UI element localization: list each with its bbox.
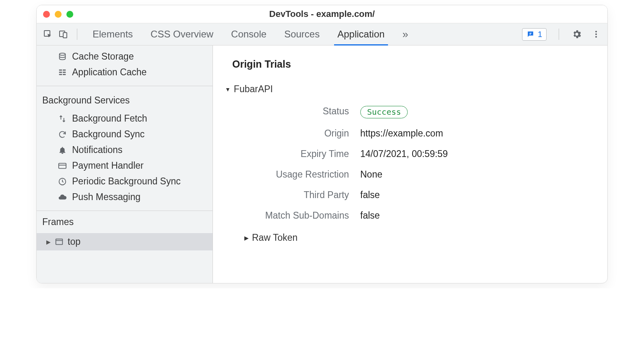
panel-tabs: Elements CSS Overview Console Sources Ap… (93, 23, 518, 45)
fetch-arrows-icon (58, 114, 67, 124)
content-area: Cache Storage Application Cache Backgrou… (37, 45, 607, 283)
frame-name: top (68, 236, 80, 247)
sidebar-item-label: Push Messaging (72, 192, 140, 203)
database-icon (58, 52, 67, 62)
sidebar-heading-frames: Frames (37, 211, 213, 233)
more-tabs-icon[interactable]: » (402, 23, 408, 45)
bell-icon (58, 145, 67, 155)
traffic-lights (43, 11, 73, 18)
sidebar-item-notifications[interactable]: Notifications (37, 142, 213, 158)
clock-icon (58, 177, 67, 186)
svg-rect-18 (56, 239, 63, 244)
sidebar-heading-bg: Background Services (37, 89, 213, 111)
sidebar-item-label: Background Fetch (72, 113, 147, 124)
trial-row[interactable]: ▼ FubarAPI (225, 84, 588, 95)
sidebar-item-label: Cache Storage (72, 51, 134, 62)
value-match-subdomains: false (360, 210, 588, 221)
main-panel: Origin Trials ▼ FubarAPI Status Success … (213, 45, 607, 283)
tab-application[interactable]: Application (337, 23, 384, 45)
tab-elements[interactable]: Elements (93, 23, 133, 45)
sidebar-section-frames: Frames ▶ top (37, 211, 213, 250)
application-sidebar: Cache Storage Application Cache Backgrou… (37, 45, 213, 283)
label-match-subdomains: Match Sub-Domains (240, 210, 349, 221)
sidebar-item-background-sync[interactable]: Background Sync (37, 126, 213, 142)
svg-point-6 (595, 33, 597, 35)
inspect-element-icon[interactable] (42, 29, 54, 40)
cloud-icon (58, 192, 67, 202)
zoom-window-button[interactable] (66, 11, 73, 18)
sidebar-item-application-cache[interactable]: Application Cache (37, 64, 213, 80)
sync-icon (58, 130, 67, 139)
toolbar-separator (77, 29, 77, 40)
main-toolbar: Elements CSS Overview Console Sources Ap… (37, 23, 607, 45)
value-usage: None (360, 169, 588, 180)
svg-rect-4 (529, 34, 530, 35)
expand-triangle-icon[interactable]: ▶ (244, 235, 249, 241)
svg-point-7 (595, 36, 597, 37)
sidebar-section-background-services: Background Services Background Fetch (37, 86, 213, 211)
titlebar: DevTools - example.com/ (37, 5, 607, 23)
toolbar-separator-right (559, 29, 559, 40)
svg-rect-13 (59, 74, 62, 75)
grid-icon (58, 68, 67, 77)
svg-rect-2 (63, 33, 67, 38)
credit-card-icon (58, 161, 67, 171)
issues-count: 1 (538, 30, 542, 39)
value-origin: https://example.com (360, 128, 588, 139)
tab-css-overview[interactable]: CSS Overview (151, 23, 213, 45)
label-expiry: Expiry Time (240, 149, 349, 159)
value-status: Success (360, 106, 588, 118)
collapse-triangle-icon[interactable]: ▼ (225, 86, 231, 93)
value-expiry: 14/07/2021, 00:59:59 (360, 149, 588, 159)
svg-rect-12 (63, 72, 66, 73)
label-status: Status (240, 106, 349, 118)
svg-rect-15 (59, 163, 66, 168)
trial-name: FubarAPI (234, 84, 273, 95)
trial-details-table: Status Success Origin https://example.co… (240, 106, 588, 221)
device-toggle-icon[interactable] (58, 29, 69, 40)
issues-button[interactable]: 1 (522, 28, 547, 41)
raw-token-row[interactable]: ▶ Raw Token (244, 232, 588, 243)
devtools-window: DevTools - example.com/ Elements CSS Ove… (36, 5, 608, 283)
sidebar-section-cache: Cache Storage Application Cache (37, 45, 213, 86)
svg-rect-14 (63, 74, 66, 75)
sidebar-item-cache-storage[interactable]: Cache Storage (37, 49, 213, 64)
svg-point-5 (595, 31, 597, 33)
sidebar-item-background-fetch[interactable]: Background Fetch (37, 111, 213, 126)
raw-token-label: Raw Token (252, 232, 297, 243)
value-third-party: false (360, 190, 588, 200)
panel-heading: Origin Trials (232, 58, 588, 70)
sidebar-item-payment-handler[interactable]: Payment Handler (37, 158, 213, 174)
tab-console[interactable]: Console (231, 23, 266, 45)
svg-rect-10 (63, 69, 66, 70)
tab-sources[interactable]: Sources (284, 23, 320, 45)
status-badge: Success (360, 106, 408, 118)
expand-triangle-icon[interactable]: ▶ (46, 239, 51, 245)
sidebar-item-label: Periodic Background Sync (72, 176, 181, 187)
kebab-menu-icon[interactable] (590, 29, 602, 40)
sidebar-item-frame-top[interactable]: ▶ top (37, 233, 213, 250)
settings-icon[interactable] (571, 29, 582, 40)
svg-rect-11 (59, 72, 62, 73)
svg-rect-3 (529, 33, 531, 34)
sidebar-item-label: Application Cache (72, 67, 147, 78)
label-usage: Usage Restriction (240, 169, 349, 180)
label-origin: Origin (240, 128, 349, 139)
toolbar-right: 1 (522, 28, 602, 41)
issues-icon (526, 30, 535, 38)
window-icon (55, 238, 64, 246)
minimize-window-button[interactable] (55, 11, 62, 18)
close-window-button[interactable] (43, 11, 50, 18)
svg-rect-9 (59, 69, 62, 70)
window-title: DevTools - example.com/ (269, 9, 375, 19)
sidebar-item-periodic-background-sync[interactable]: Periodic Background Sync (37, 174, 213, 189)
svg-point-8 (60, 53, 66, 55)
label-third-party: Third Party (240, 190, 349, 200)
sidebar-item-push-messaging[interactable]: Push Messaging (37, 189, 213, 205)
sidebar-item-label: Background Sync (72, 129, 144, 140)
sidebar-item-label: Notifications (72, 145, 122, 155)
sidebar-item-label: Payment Handler (72, 160, 144, 171)
